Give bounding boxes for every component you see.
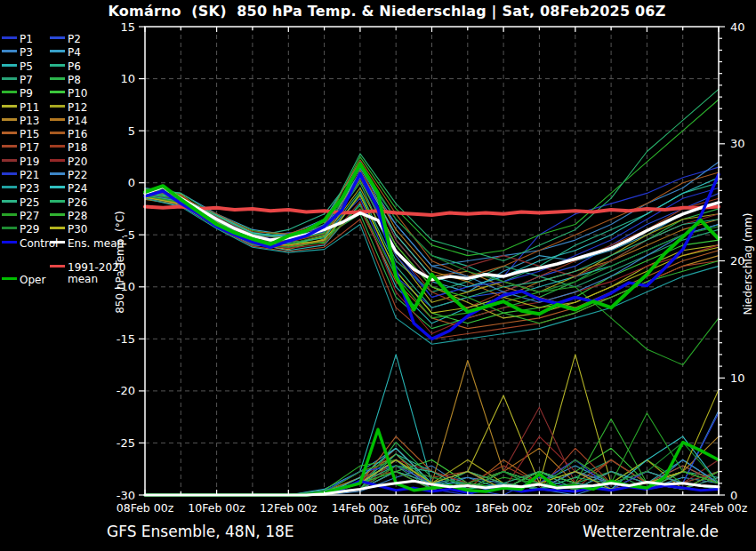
- model-caption: GFS Ensemble, 48N, 18E: [107, 523, 294, 540]
- site-caption: Wetterzentrale.de: [498, 523, 719, 540]
- x-tick-label: 16Feb 00z: [403, 501, 461, 515]
- temp-tick-label: 10: [120, 72, 135, 85]
- x-tick-label: 14Feb 00z: [332, 501, 390, 515]
- x-tick-label: 10Feb 00z: [188, 501, 245, 515]
- x-tick-label: 22Feb 00z: [618, 501, 676, 515]
- x-tick-label: 12Feb 00z: [260, 501, 318, 515]
- precip-tick-label: 0: [730, 489, 737, 502]
- temp-tick-label: 5: [128, 124, 135, 138]
- date-axis-title: Date (UTC): [374, 514, 432, 526]
- temp-axis-title: 850 hPa Temp. (°C): [114, 204, 126, 320]
- temp-tick-label: -20: [117, 384, 135, 397]
- precip-tick-label: 40: [730, 20, 745, 34]
- meteogram-page: Komárno (SK) 850 hPa Temp. & Niederschla…: [0, 0, 756, 551]
- temp-tick-label: 15: [120, 20, 135, 34]
- temp-tick-label: -30: [117, 489, 135, 502]
- precip-axis-title: Niederschlag (mm): [742, 206, 754, 322]
- precip-tick-label: 10: [730, 371, 745, 385]
- temp-tick-label: -25: [117, 436, 135, 450]
- precip-tick-label: 30: [730, 137, 745, 150]
- x-tick-label: 24Feb 00z: [690, 501, 748, 515]
- x-tick-label: 18Feb 00z: [475, 501, 533, 515]
- x-tick-label: 08Feb 00z: [117, 501, 174, 515]
- x-tick-label: 20Feb 00z: [547, 501, 605, 515]
- temp-tick-label: -15: [117, 332, 135, 346]
- temp-tick-label: 0: [128, 176, 135, 189]
